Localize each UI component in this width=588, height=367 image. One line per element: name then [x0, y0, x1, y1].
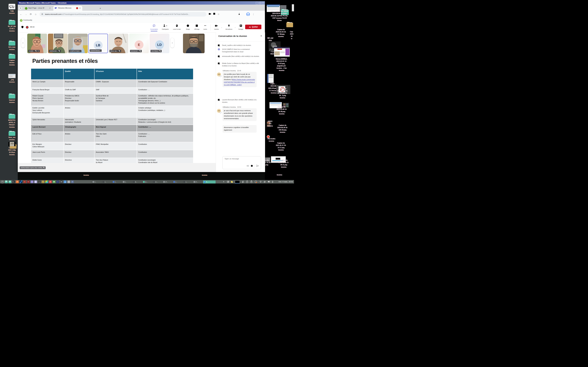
media-player-icon[interactable]: ▶ [49, 180, 52, 183]
desktop-file-label[interactable]: Capture du 2021-05-11 19- 14-17.png inco… [270, 142, 292, 151]
tab-close-icon[interactable]: ✕ [79, 7, 81, 9]
taskbar-clock[interactable]: mer. 4 sept., 16:52 [278, 181, 293, 183]
shell-app-icon[interactable]: ⋙ [60, 180, 63, 183]
desktop-file-label[interactable]: Cap- 2023 20 in [288, 31, 294, 40]
file-manager-icon[interactable] [9, 180, 11, 183]
format-icon[interactable]: A [246, 165, 249, 168]
folder-icon[interactable] [286, 23, 293, 27]
camera-permission-icon[interactable] [208, 13, 212, 16]
profile-avatar[interactable] [246, 12, 250, 16]
more-button[interactable]: ••• Autres [202, 24, 208, 30]
firewall-shield-icon[interactable] [255, 181, 257, 184]
start-menu-button[interactable]: lm [1, 180, 4, 184]
screen-preview-thumbnail[interactable] [235, 180, 240, 184]
taskbar-window-button[interactable]: [T... [163, 180, 173, 184]
taskbar-window-button[interactable]: [l... [132, 180, 142, 184]
text-editor-icon[interactable] [34, 180, 37, 183]
desktop-file-label[interactable]: Capture du 2023-03-08 10- 20-39.png inco… [271, 106, 293, 115]
desktop-file-label[interactable]: S:Ge Capture due lditbud 2024-09-04 16-5… [265, 10, 294, 22]
site-settings-icon[interactable]: ⚙ [41, 12, 43, 17]
emoji-icon[interactable] [250, 165, 253, 168]
window-titlebar[interactable]: Réunion Microsoft Teams | Microsoft Team… [18, 1, 265, 5]
video-tile-hernandez[interactable]: HERNAND... [48, 34, 68, 53]
share-button[interactable]: Partager [237, 24, 245, 30]
chat-input-box[interactable]: A [223, 156, 261, 169]
new-tab-button[interactable]: + [99, 7, 102, 10]
chat-input-field[interactable] [224, 158, 259, 160]
tab-close-icon[interactable]: ✕ [49, 7, 51, 9]
desktop-file-label[interactable]: inconnu [200, 174, 209, 176]
wifi-icon[interactable] [259, 181, 262, 183]
taskbar-window-button[interactable]: [... [173, 180, 182, 184]
reload-button[interactable]: ⟳ [29, 12, 33, 16]
conversation-button[interactable]: Conversation [149, 24, 159, 30]
desktop-pager-icon[interactable] [5, 180, 8, 183]
tray-microphone-icon[interactable] [272, 181, 274, 184]
maximize-button[interactable]: ▢ [259, 2, 261, 4]
address-bar[interactable]: ⚙ teams.microsoft.com/v2/?meetingjoin=tr… [40, 12, 207, 17]
taskbar-window-button-active-chromium[interactable]: R... [203, 180, 216, 184]
taskbar-window-button[interactable]: [*... [193, 180, 203, 184]
send-icon[interactable] [256, 165, 259, 168]
minimize-button[interactable]: – [256, 2, 258, 4]
forward-button[interactable]: → [24, 12, 28, 16]
window-thumbnail[interactable] [267, 74, 274, 83]
desktop-file-label[interactable]: inconnu [272, 174, 287, 176]
dna-app-icon[interactable]: xx [67, 180, 70, 183]
taskbar-window-button[interactable]: [... [112, 180, 122, 184]
qr-tool-icon[interactable]: ⠿ [23, 180, 26, 183]
filezilla-icon[interactable]: Fz [27, 180, 30, 183]
browser-menu-icon[interactable]: ⋮ [252, 13, 255, 16]
keyboard-layout-indicator[interactable]: fr [223, 181, 224, 183]
microphone-chevron-icon[interactable]: ⌄ [234, 27, 236, 28]
desktop-file-label[interactable]: Capture du 2024-03-26 16- 57-38.png inco… [271, 28, 291, 38]
bookmark-community[interactable]: Community [23, 19, 32, 21]
taskbar-window-button[interactable]: [c... [142, 180, 152, 184]
scroll-left-chevron[interactable]: ‹ [21, 38, 25, 48]
taskbar-window-button[interactable]: [... [183, 180, 193, 184]
taskbar-window-button[interactable]: [«... [153, 180, 162, 184]
desktop-file-label[interactable]: chat modes inconnu [265, 138, 278, 142]
audio-app-icon[interactable]: ∩ [56, 180, 59, 183]
react-button[interactable]: Réagir [184, 24, 192, 30]
video-tile-laurent-active-speaker[interactable]: LB Laurent Bonna... [88, 34, 108, 53]
video-tile-isabelle[interactable]: ISABE...••• [27, 34, 47, 53]
video-tile-presenter-large[interactable] [183, 34, 205, 53]
video-tile-lea[interactable]: LD Léa Déjeux [150, 34, 169, 53]
labs-flask-icon[interactable] [238, 13, 241, 16]
tab-search-chevron[interactable]: ▼ [19, 7, 22, 10]
tab-start-page[interactable]: Start Page - Linux M ✕ [23, 6, 52, 11]
calculator-icon[interactable]: +−×= [38, 180, 41, 183]
bookmark-star-icon[interactable]: ☆ [217, 13, 220, 16]
webpage-thumbnail[interactable] [274, 47, 290, 57]
desktop-file-label[interactable]: Capture du 2024-04-07 18- 07-56.png 19- … [272, 87, 293, 99]
power-tool-icon[interactable]: ϟ [42, 180, 44, 183]
taskbar-window-button[interactable]: [... [122, 180, 132, 184]
cloud-app-icon[interactable]: ☁ [64, 180, 67, 183]
color-picker-icon[interactable]: ▲ [45, 180, 48, 183]
install-app-icon[interactable] [213, 13, 216, 16]
raise-hand-button[interactable]: Lever la main [171, 24, 182, 30]
tab-teams-active[interactable]: T Réunion Microso ✕ [53, 6, 82, 11]
clipboard-alert-icon[interactable]: ! [251, 181, 252, 184]
notes-icon[interactable] [231, 181, 233, 184]
volume-icon[interactable] [268, 181, 270, 183]
terminal-icon[interactable]: $_ [12, 180, 15, 183]
desktop-file-label[interactable]: Slavoj a2bNBad_ 2024-02-01 12- 19-32.png… [269, 58, 294, 72]
close-button[interactable]: ✕ [262, 2, 264, 4]
chat-close-icon[interactable]: ✕ [259, 34, 263, 38]
camera-button[interactable]: Caméra [213, 24, 220, 30]
video-tile-camplo[interactable]: CAMPLO Henri... [68, 34, 88, 53]
image-viewer-icon[interactable] [20, 180, 22, 183]
home-button[interactable]: ⌂ [34, 12, 38, 16]
camera-chevron-icon[interactable]: ⌄ [221, 27, 222, 28]
update-manager-icon[interactable]: ⟳ [16, 180, 19, 183]
sync-swirl-icon[interactable]: @ [264, 181, 266, 183]
view-button[interactable]: Affichage [192, 24, 201, 30]
leave-meeting-button[interactable]: Quitter [245, 25, 261, 29]
taskbar-window-button[interactable]: [... [92, 180, 102, 184]
desktop-file-label[interactable]: ME.md nnu [265, 37, 276, 42]
back-button[interactable]: ← [19, 12, 23, 16]
video-tile-pierre[interactable]: Pierre Jau... [109, 34, 128, 53]
participants-button[interactable]: 11 Participants [160, 24, 170, 30]
